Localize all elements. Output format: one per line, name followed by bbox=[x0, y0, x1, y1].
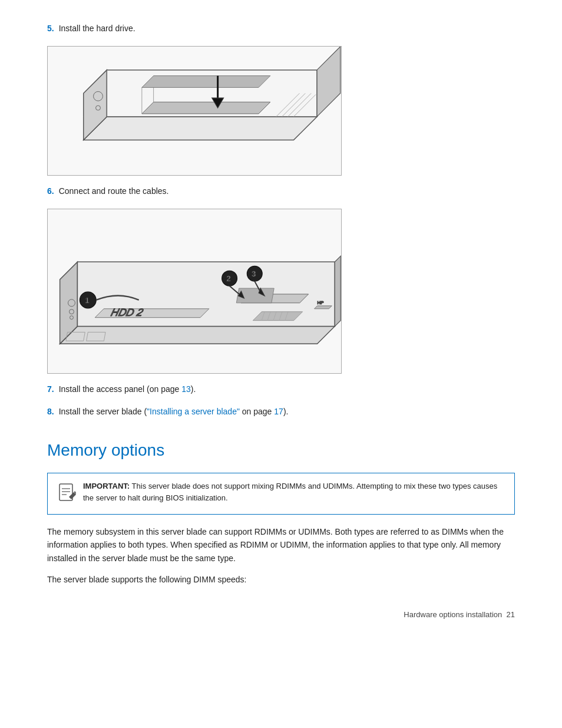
step-6-number: 6. bbox=[47, 186, 54, 196]
important-content: IMPORTANT: This server blade does not su… bbox=[83, 480, 505, 503]
step-5-number: 5. bbox=[47, 24, 54, 33]
step-5-text: Install the hard drive. bbox=[59, 24, 135, 33]
installing-server-blade-link[interactable]: "Installing a server blade" bbox=[147, 407, 240, 416]
important-box: IMPORTANT: This server blade does not su… bbox=[47, 473, 515, 515]
svg-marker-0 bbox=[84, 117, 317, 140]
svg-text:3: 3 bbox=[252, 269, 256, 278]
svg-marker-25 bbox=[253, 312, 302, 321]
step-8-row: 8. Install the server blade ("Installing… bbox=[47, 407, 515, 423]
hard-drive-svg bbox=[48, 47, 341, 175]
svg-text:1: 1 bbox=[85, 296, 89, 305]
cable-routing-svg: HDD 2 1 2 bbox=[48, 209, 341, 373]
svg-text:HP: HP bbox=[318, 300, 324, 305]
svg-text:HDD 2: HDD 2 bbox=[110, 307, 144, 318]
svg-marker-46 bbox=[315, 306, 332, 309]
important-label: IMPORTANT: bbox=[83, 482, 130, 490]
notepad-icon bbox=[57, 482, 76, 503]
svg-marker-7 bbox=[142, 76, 270, 88]
body-paragraph-2: The server blade supports the following … bbox=[47, 573, 515, 586]
step-8-text: Install the server blade ("Installing a … bbox=[59, 407, 289, 416]
step-8-number: 8. bbox=[47, 407, 54, 416]
important-body: This server blade does not support mixin… bbox=[83, 482, 497, 502]
step-7-row: 7. Install the access panel (on page 13)… bbox=[47, 384, 515, 401]
svg-marker-4 bbox=[142, 102, 270, 114]
svg-text:2: 2 bbox=[227, 274, 231, 283]
svg-marker-20 bbox=[335, 256, 340, 326]
hard-drive-diagram bbox=[47, 46, 342, 176]
step-7-text: Install the access panel (on page 13). bbox=[59, 384, 196, 394]
svg-marker-3 bbox=[317, 47, 340, 117]
step-6-text: Connect and route the cables. bbox=[59, 186, 169, 196]
step-7-number: 7. bbox=[47, 384, 54, 394]
step-6-row: 6. Connect and route the cables. bbox=[47, 186, 515, 203]
page-17-link[interactable]: 17 bbox=[274, 407, 283, 416]
memory-options-title: Memory options bbox=[47, 441, 515, 462]
svg-marker-17 bbox=[60, 327, 335, 344]
footer-text: Hardware options installation bbox=[404, 610, 502, 619]
body-paragraph-1: The memory subsystem in this server blad… bbox=[47, 525, 515, 565]
page-13-link[interactable]: 13 bbox=[181, 384, 191, 394]
footer: Hardware options installation 21 bbox=[47, 610, 515, 619]
footer-page: 21 bbox=[507, 610, 515, 619]
step-5-row: 5. Install the hard drive. bbox=[47, 24, 515, 40]
important-icon bbox=[57, 482, 76, 507]
cable-routing-diagram: HDD 2 1 2 bbox=[47, 209, 342, 374]
